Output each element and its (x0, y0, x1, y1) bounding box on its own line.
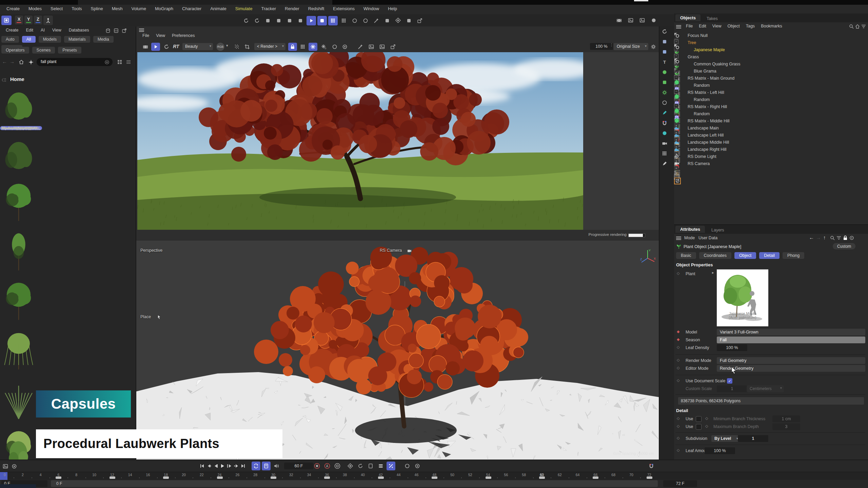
rv-menu-view[interactable]: View (153, 33, 169, 39)
editor-mode-dropdown[interactable]: Render Geometry (717, 365, 865, 372)
tool-label[interactable]: Place (140, 314, 151, 319)
plant-item-ginkgo[interactable]: Ginkgo (Fall, Plant) (0, 232, 42, 282)
keyframe-mark[interactable] (56, 476, 61, 479)
key-pla-icon[interactable] (376, 462, 385, 470)
plant-thumbnail[interactable] (0, 84, 37, 124)
subdivision-mode-dropdown[interactable]: By Level ▾ (711, 435, 740, 442)
snap-magnet-icon[interactable] (647, 462, 656, 470)
circle-tool-icon[interactable] (659, 98, 670, 108)
tab-attributes[interactable]: Attributes (675, 226, 705, 233)
axis-y-button[interactable]: Y (24, 16, 33, 24)
attr-back-icon[interactable]: ← (809, 235, 814, 240)
render-settings-icon[interactable] (285, 16, 294, 25)
channel-caret-icon[interactable]: ▾ (226, 43, 228, 48)
timeline-options-icon[interactable] (10, 462, 18, 470)
ab-menu-edit[interactable]: Edit (22, 27, 37, 33)
keyframe-settings-icon[interactable] (333, 462, 342, 470)
filter-presets[interactable]: Presets (58, 47, 81, 54)
dither-icon[interactable] (233, 43, 241, 51)
plant-thumbnail[interactable]: Japanese Maple (Acer palmatum) (717, 269, 768, 326)
sphere-green-icon[interactable] (659, 67, 670, 77)
object-label[interactable]: Focus Null (688, 33, 708, 38)
object-row-random-11[interactable]: Random✓ (674, 111, 868, 118)
ai-star-icon[interactable] (27, 58, 35, 66)
object-row-rs-matrix-left-hill-8[interactable]: −RS Matrix - Left Hill✓ (674, 89, 868, 97)
menu-character[interactable]: Character (178, 5, 206, 13)
attr-forward-icon[interactable]: → (816, 235, 821, 240)
menu-modes[interactable]: Modes (24, 5, 46, 13)
om-menu-file[interactable]: File (683, 23, 696, 29)
object-row-landscape-middle-hill-15[interactable]: Landscape Middle Hill✓ (674, 139, 868, 146)
size-mode-dropdown[interactable]: Original Size ▾ (614, 43, 648, 50)
object-row-common-quaking-grass-4[interactable]: Common Quaking Grass✓ (674, 61, 868, 68)
key-position-icon[interactable] (346, 462, 355, 470)
season-dropdown[interactable]: Fall (717, 337, 865, 343)
layer-toggle-icon[interactable] (674, 166, 678, 170)
keyframe-mark[interactable] (593, 476, 598, 479)
attr-tab-detail[interactable]: Detail (759, 252, 780, 259)
attr-tab-object[interactable]: Object (734, 252, 756, 259)
keyframe-mark[interactable] (378, 476, 384, 479)
object-row-landscape-left-hill-14[interactable]: Landscape Left Hill✓ (674, 132, 868, 139)
menu-volume[interactable]: Volume (127, 5, 151, 13)
axis-z-button[interactable]: Z (34, 16, 42, 24)
expander-icon[interactable]: − (674, 104, 678, 108)
plant-item-dwarf-mountain-pine[interactable]: Dwarf Mountain Pine (… (0, 134, 42, 183)
coordinate-system-icon[interactable] (1, 16, 12, 25)
next-frame-button[interactable] (226, 462, 233, 470)
magnet-tool-icon[interactable] (659, 118, 670, 128)
om-panel-menu-icon[interactable] (675, 23, 682, 30)
rt-label[interactable]: RT (173, 44, 179, 49)
menu-window[interactable]: Window (359, 5, 383, 13)
keyframe-mark[interactable] (110, 476, 115, 479)
viewport-panel[interactable]: Perspective RS Camera Y X Z Place Grid S… (136, 241, 659, 460)
object-row-rs-camera-18[interactable]: RS Camera (674, 161, 868, 168)
menu-spline[interactable]: Spline (86, 5, 107, 13)
anim-dot[interactable]: ◇ (677, 358, 679, 362)
autokey-icon[interactable]: A (323, 462, 332, 470)
object-row-rs-matrix-right-hill-10[interactable]: −RS Matrix - Right Hill✓ (674, 104, 868, 111)
snapshot-icon[interactable] (309, 43, 317, 51)
sound-icon[interactable] (272, 462, 281, 470)
list-view-icon[interactable] (125, 58, 132, 66)
snapshot-group-icon[interactable]: G (319, 43, 328, 51)
anim-dot[interactable]: ◇ (677, 436, 679, 440)
timeline-scrollbar[interactable]: 0 F (51, 480, 658, 487)
object-label[interactable]: RS Dome Light (688, 154, 716, 159)
film-icon[interactable] (141, 43, 150, 51)
custom-button[interactable]: Custom (833, 243, 855, 249)
goto-start-button[interactable] (199, 462, 205, 470)
undo-icon[interactable] (241, 16, 251, 25)
prev-key-button[interactable] (205, 462, 212, 470)
filter-models[interactable]: Models (39, 36, 61, 43)
expander-icon[interactable]: − (674, 89, 678, 94)
object-row-rs-dome-light-17[interactable]: RS Dome Light✓ (674, 154, 868, 161)
next-key-button[interactable] (233, 462, 239, 470)
object-label[interactable]: Landscape Left Hill (688, 133, 724, 138)
timeline-ruler[interactable]: 0246810121416182022242628303234363840424… (0, 472, 868, 480)
keyframe-mark[interactable] (324, 476, 330, 479)
object-row-tree-1[interactable]: −Tree (674, 40, 868, 47)
object-row-focus-null-0[interactable]: Focus Null (674, 33, 868, 40)
thumb-size-icon[interactable] (116, 58, 123, 66)
attr-search-icon[interactable] (829, 235, 835, 241)
picture-icon[interactable] (626, 16, 635, 25)
wrench-gear-icon[interactable] (296, 16, 305, 25)
image-icon[interactable] (367, 43, 376, 51)
timeline-mode-icon[interactable] (1, 462, 9, 470)
menu-help[interactable]: Help (383, 5, 401, 13)
collapse-section-icon[interactable] (1, 77, 7, 83)
render-target-dropdown[interactable]: < Render > ▾ (254, 43, 285, 50)
view-label[interactable]: Perspective (140, 248, 162, 253)
camera-tool-icon[interactable] (659, 138, 670, 148)
plane-tool-icon[interactable] (659, 37, 670, 47)
window-tab[interactable] (78, 0, 332, 5)
gear-green-icon[interactable] (659, 87, 670, 98)
object-label[interactable]: Landscape Right Hill (688, 147, 727, 152)
filter-scenes[interactable]: Scenes (32, 47, 55, 54)
model-dropdown[interactable]: Variant 3 Full-Grown (717, 329, 865, 336)
menu-animate[interactable]: Animate (206, 5, 231, 13)
object-label[interactable]: RS Matrix - Middle Hill (688, 119, 730, 123)
plant-thumbnail[interactable] (0, 183, 37, 223)
compare-b-icon[interactable] (340, 43, 349, 51)
